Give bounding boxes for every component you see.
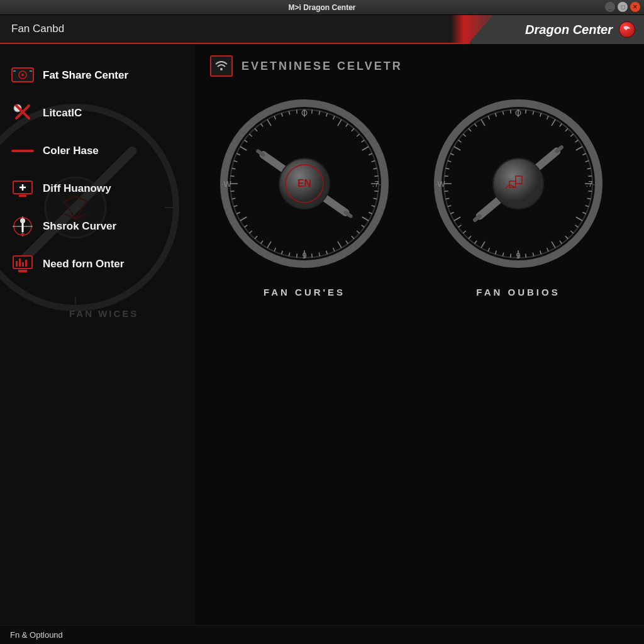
svg-line-69 [231,176,235,177]
svg-line-52 [312,253,313,257]
svg-point-13 [20,218,25,223]
brand-name: Dragon Center [525,23,613,37]
sidebar-item-coler-hase[interactable]: Coler Hase [11,132,194,170]
gauge-mark-left: ·W [435,179,445,189]
sidebar-item-label: Fat Share Center [43,69,128,82]
sidebar-ghost-label: FAN WICES [69,308,138,319]
gauge-mark-top: O [301,108,308,118]
svg-line-67 [231,191,235,192]
svg-point-20 [220,68,223,70]
monitor-gauge-icon [11,64,34,87]
section-header: EVETNINESE CELVETR [210,55,629,77]
svg-rect-16 [19,258,21,267]
svg-line-24 [312,110,313,114]
svg-rect-19 [18,270,27,272]
svg-line-131 [445,191,448,192]
gauge-mark-bottom: 9 [302,251,306,260]
gauge-mark-left: ·W [221,179,231,189]
screen-plus-icon [11,177,34,200]
gauge-mark-top: O [515,108,521,118]
svg-line-116 [526,253,526,257]
gauge-block-fan-cures: EN O ·W .7· 9 FAN CUR'ES [216,96,392,297]
wifi-box-icon[interactable] [210,55,233,77]
header-ribbon: Fan Canbd Dragon Center [0,15,644,44]
footer-bar: Fn & Optlound [0,625,644,644]
sidebar-item-label: Need forn Onter [43,258,124,270]
dragon-badge-icon [619,21,635,38]
gauge-block-fan-oubios: O ·W .7· 9 FAN OUBIOS [430,96,606,297]
svg-line-101 [588,176,592,177]
sidebar-item-litcatic[interactable]: LitcatIC [11,94,194,132]
sidebar-item-shsrok-curver[interactable]: Shsrok Curver [11,208,194,245]
svg-line-146 [511,110,511,114]
window-titlebar: M>i Dragon Center _ ◻ ✕ [0,0,644,15]
window-minimize-button[interactable]: _ [605,2,615,12]
bars-screen-icon [11,253,34,275]
sidebar-item-label: Coler Hase [43,145,99,157]
fan-speed-dial-1[interactable]: EN O ·W .7· 9 [216,96,392,272]
brand-area: Dragon Center [468,15,644,44]
svg-rect-17 [22,262,24,267]
svg-rect-18 [25,260,27,267]
gauge-row: EN O ·W .7· 9 FAN CUR'ES [210,96,629,297]
footer-text: Fn & Optlound [10,630,63,640]
main-area: Fat Share Center LitcatIC Coler Hase Dif… [0,44,644,625]
sidebar-item-diff-huanowy[interactable]: Diff Huanowy [11,170,194,208]
svg-line-54 [297,253,297,257]
svg-rect-11 [19,195,26,197]
svg-point-8 [21,74,24,76]
red-bar-icon [11,140,34,162]
window-maximize-button[interactable]: ◻ [618,2,628,12]
window-controls: _ ◻ ✕ [605,2,640,12]
svg-line-133 [445,176,448,177]
sidebar-item-label: Diff Huanowy [43,182,111,195]
sidebar-item-fat-share-center[interactable]: Fat Share Center [11,57,194,94]
svg-line-82 [297,110,297,114]
sidebar-item-label: Shsrok Curver [43,220,116,233]
svg-line-118 [511,253,511,257]
svg-line-39 [374,191,378,192]
svg-line-103 [588,191,592,192]
x-mark-icon [11,102,34,125]
gauge-label: FAN CUR'ES [264,287,345,297]
breadcrumb: Fan Canbd [0,23,64,35]
gauge-mark-right: .7· [372,179,381,189]
window-close-button[interactable]: ✕ [630,2,640,12]
svg-rect-15 [16,261,18,267]
content-panel: EVETNINESE CELVETR [195,44,644,625]
gauge-label: FAN OUBIOS [476,287,560,297]
svg-line-88 [526,110,526,114]
crosshair-icon [11,215,34,238]
sidebar-item-need-forn-onter[interactable]: Need forn Onter [11,245,194,283]
sidebar: Fat Share Center LitcatIC Coler Hase Dif… [0,44,195,625]
gauge-mark-right: .7· [586,179,595,189]
fan-speed-dial-2[interactable]: O ·W .7· 9 [430,96,606,272]
svg-point-83 [279,158,330,209]
window-title: M>i Dragon Center [288,3,355,12]
svg-line-37 [374,176,378,177]
section-title: EVETNINESE CELVETR [242,60,402,73]
gauge-mark-bottom: 9 [516,251,520,260]
sidebar-item-label: LitcatIC [43,107,82,119]
